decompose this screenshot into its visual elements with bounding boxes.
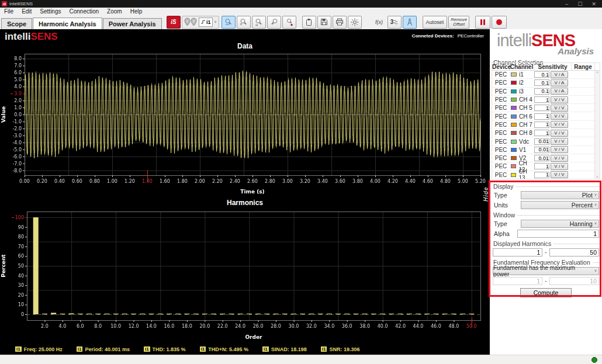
sensitivity-input[interactable]: [534, 138, 549, 145]
channel-row-ch12[interactable]: PECCH 12V / V: [492, 162, 600, 171]
channel-row-vdc[interactable]: PECVdcV / V: [492, 137, 600, 145]
range-unit-button[interactable]: V / V: [551, 138, 568, 145]
sensitivity-input[interactable]: [534, 96, 549, 103]
range-unit-button[interactable]: V / V: [551, 163, 568, 170]
intellisens-logo-button[interactable]: iS: [167, 16, 181, 29]
zoom-point-button[interactable]: [282, 16, 296, 29]
tab-harmonic-analysis[interactable]: Harmonic Analysis: [33, 18, 102, 29]
channel-row-ch6[interactable]: PECCH 6V / V: [492, 112, 600, 120]
window-type-select[interactable]: Hanning ˅: [521, 220, 599, 228]
channel-row-ch7[interactable]: PECCH 7V / V: [492, 121, 600, 129]
range-unit-button[interactable]: V / V: [551, 155, 568, 162]
channel-row-i1[interactable]: PECi1V / A: [492, 71, 600, 79]
compass-icon: [406, 18, 413, 26]
print-button[interactable]: [333, 16, 347, 29]
range-unit-button[interactable]: V / A: [551, 71, 568, 78]
channel-row-i3[interactable]: PECi3V / A: [492, 88, 600, 96]
harmonics-chart[interactable]: [0, 207, 490, 344]
zoom-xy-button[interactable]: [222, 16, 236, 29]
range-unit-button[interactable]: V / V: [551, 130, 568, 137]
channel-scrollbar[interactable]: ˄ ˅: [594, 71, 600, 179]
range-unit-button[interactable]: V / A: [551, 88, 568, 95]
signal-selector-dropdown[interactable]: i1: [199, 18, 213, 27]
range-unit-button[interactable]: V / V: [551, 96, 568, 103]
range-unit-button[interactable]: V / V: [551, 121, 568, 128]
fundamental-method-select[interactable]: Fundamental has the maximum power ˅: [493, 267, 599, 275]
zoom-window-button[interactable]: [267, 16, 281, 29]
channel-row-ch5[interactable]: PECCH 5V / V: [492, 104, 600, 112]
brightness-button[interactable]: [348, 16, 362, 29]
zoom-y-button[interactable]: [237, 16, 251, 29]
fundamental-to-input[interactable]: [549, 277, 599, 285]
sensitivity-input[interactable]: [534, 105, 549, 111]
units-select[interactable]: Percent ˅: [521, 201, 599, 209]
zoom-x-button[interactable]: [252, 16, 266, 29]
measure-compass-button[interactable]: [403, 16, 417, 29]
channel-row-ch4[interactable]: PECCH 4V / V: [492, 96, 600, 104]
menu-item-zoom[interactable]: Zoom: [103, 8, 126, 15]
sensitivity-input[interactable]: [534, 79, 549, 86]
scroll-down-icon[interactable]: ˅: [595, 175, 600, 179]
window-group-label: Window: [490, 212, 602, 219]
window-type-value: Hanning: [570, 220, 593, 227]
sensitivity-input[interactable]: [534, 130, 549, 136]
sensitivity-input[interactable]: [534, 113, 549, 120]
sensitivity-input[interactable]: [534, 88, 549, 95]
record-button[interactable]: [492, 16, 507, 29]
range-unit-button[interactable]: V / A: [551, 79, 568, 86]
compute-button[interactable]: Compute: [520, 288, 572, 297]
channel-row-v2[interactable]: PECV2V / V: [492, 154, 600, 162]
channel-row-ch13[interactable]: PECCH 13V / V: [492, 171, 600, 179]
menu-item-connection[interactable]: Connection: [65, 8, 103, 15]
three-phase-button[interactable]: 3: [388, 16, 402, 29]
copy-clipboard-button[interactable]: [302, 16, 316, 29]
menu-item-help[interactable]: Help: [126, 8, 147, 15]
range-unit-button[interactable]: V / V: [551, 105, 568, 112]
range-unit-button[interactable]: V / V: [551, 171, 568, 178]
marker-signal-group: 1 2 i1 ˅: [182, 16, 219, 29]
channel-row-v1[interactable]: PECV1V / V: [492, 146, 600, 154]
remove-offset-button[interactable]: Remove Offset: [448, 16, 469, 29]
harmonics-to-input[interactable]: [549, 248, 599, 256]
menu-item-file[interactable]: File: [0, 8, 18, 15]
menu-item-edit[interactable]: Edit: [18, 8, 36, 15]
pause-button[interactable]: [475, 16, 490, 29]
hide-panel-handle[interactable]: Hide: [483, 178, 489, 210]
sensitivity-input[interactable]: [534, 147, 549, 153]
scroll-up-icon[interactable]: ˄: [596, 71, 598, 74]
menu-item-settings[interactable]: Settings: [36, 8, 65, 15]
alpha-input[interactable]: [517, 230, 599, 238]
sensitivity-input[interactable]: [534, 71, 549, 78]
sensitivity-input[interactable]: [534, 163, 549, 169]
fundamental-from-input[interactable]: [493, 277, 542, 285]
range-unit-button[interactable]: V / V: [551, 113, 568, 120]
channel-row-i2[interactable]: PECi2V / A: [492, 79, 600, 87]
marker-pin-2-icon[interactable]: 2: [191, 18, 197, 26]
tab-power-analysis[interactable]: Power Analysis: [103, 18, 162, 29]
sensitivity-input[interactable]: [534, 122, 549, 128]
channel-row-ch8[interactable]: PECCH 8V / V: [492, 129, 600, 137]
status-item-snr: i1SNR: 19.306: [321, 346, 360, 352]
autoset-button[interactable]: Autoset: [423, 16, 448, 29]
sensitivity-input[interactable]: [534, 172, 549, 178]
function-button[interactable]: f(x): [372, 16, 386, 29]
minimize-button[interactable]: –: [565, 1, 568, 7]
harmonics-from-input[interactable]: [493, 248, 542, 256]
save-button[interactable]: [317, 16, 331, 29]
status-value: Freq: 25.000 Hz: [24, 346, 63, 352]
settings-panel: Display Type Plot ˅ Units Percent ˅ Wind…: [490, 183, 602, 297]
floppy-disk-icon: [320, 18, 328, 26]
range-unit-button[interactable]: V / V: [551, 146, 568, 153]
close-button[interactable]: ✕: [591, 1, 596, 7]
data-chart[interactable]: [0, 50, 490, 197]
status-bar: i1Freq: 25.000 Hzi1Period: 40.001 msi1TH…: [0, 344, 490, 355]
maximize-button[interactable]: ☐: [577, 1, 582, 7]
remove-offset-line2: Offset: [453, 22, 465, 27]
chevron-down-icon[interactable]: ˅: [214, 20, 217, 24]
sensitivity-input[interactable]: [534, 155, 549, 161]
channel-badge: i1: [321, 346, 327, 352]
tab-scope[interactable]: Scope: [1, 18, 32, 29]
marker-pin-1-icon[interactable]: 1: [184, 18, 191, 26]
display-type-select[interactable]: Plot ˅: [521, 191, 599, 199]
range-separator: -: [545, 278, 546, 284]
